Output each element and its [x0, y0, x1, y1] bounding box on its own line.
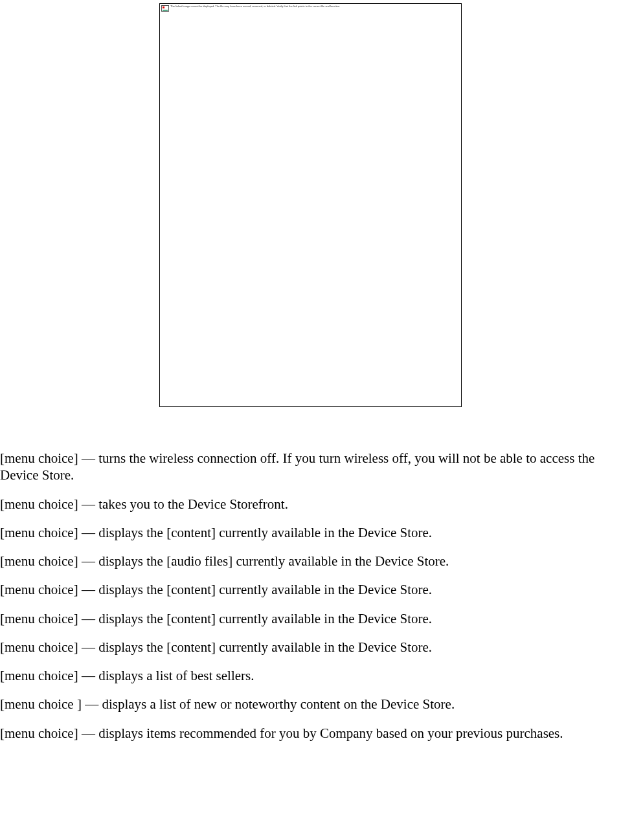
menu-entry: [menu choice] — displays the [content] c…: [0, 524, 621, 541]
menu-entry: [menu choice] — displays items recommend…: [0, 725, 621, 742]
menu-entry: [menu choice ] — displays a list of new …: [0, 696, 621, 713]
menu-entry: [menu choice] — displays the [content] c…: [0, 639, 621, 656]
image-placeholder: The linked image cannot be displayed. Th…: [159, 3, 462, 407]
broken-image-text: The linked image cannot be displayed. Th…: [170, 5, 340, 8]
menu-entry: [menu choice] — displays the [content] c…: [0, 610, 621, 627]
broken-image-icon: [161, 5, 169, 12]
menu-entry: [menu choice] — displays a list of best …: [0, 667, 621, 684]
document-content: [menu choice] — turns the wireless conne…: [0, 450, 621, 742]
menu-entry: [menu choice] — takes you to the Device …: [0, 496, 621, 513]
menu-entry: [menu choice] — displays the [audio file…: [0, 553, 621, 569]
menu-entry: [menu choice] — turns the wireless conne…: [0, 450, 621, 484]
menu-entry: [menu choice] — displays the [content] c…: [0, 581, 621, 598]
